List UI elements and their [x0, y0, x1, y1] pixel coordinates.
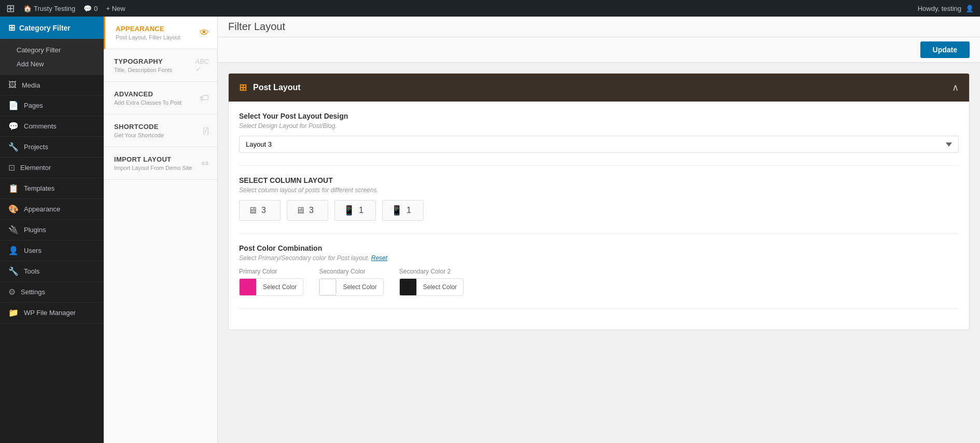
primary-color-swatch [240, 279, 256, 295]
divider-2 [239, 233, 959, 234]
content-area: ⊞ Post Layout ∧ Select Your Post Layout … [218, 63, 980, 351]
home-icon: 🏠 [23, 5, 32, 12]
secondary-color-group: Secondary Color Select Color [319, 268, 383, 296]
post-layout-design-group: Select Your Post Layout Design Select De… [239, 112, 959, 153]
comments-link[interactable]: 💬 0 [83, 5, 97, 12]
primary-color-picker[interactable]: Select Color [239, 278, 303, 296]
plugins-icon: 🔌 [8, 225, 19, 235]
sidebar-item-category-filter[interactable]: Category Filter [0, 43, 104, 57]
projects-icon: 🔧 [8, 142, 19, 152]
sidebar-item-pages-label: Pages [24, 102, 43, 109]
primary-color-label: Primary Color [239, 268, 303, 275]
secondary-color-swatch [319, 279, 336, 295]
page-title: Filter Layout [228, 21, 285, 32]
mobile-icon: 📱 [391, 205, 402, 216]
import-layout-sidebar-subtitle: Import Layout From Demo Site [114, 165, 207, 171]
sidebar-item-wp-file-manager[interactable]: 📁 WP File Manager [0, 303, 104, 323]
post-layout-header-icon: ⊞ [239, 82, 247, 93]
plugin-sidebar-advanced[interactable]: ADVANCED Add Extra Classes To Post 🏷 [104, 82, 217, 115]
plugin-sidebar-import-layout[interactable]: IMPORT LAYOUT Import Layout From Demo Si… [104, 147, 217, 180]
sidebar-item-appearance[interactable]: 🎨 Appearance [0, 199, 104, 220]
sidebar-item-settings-label: Settings [21, 288, 45, 296]
color-reset-link[interactable]: Reset [371, 254, 387, 262]
new-item-link[interactable]: + New [106, 5, 125, 12]
sidebar-item-projects-label: Projects [24, 143, 48, 151]
layout-design-select[interactable]: Layout 1 Layout 2 Layout 3 Layout 4 Layo… [239, 136, 959, 153]
plugin-sidebar-shortcode[interactable]: SHORTCODE Get Your Shortcode [/] [104, 115, 217, 147]
sidebar-item-projects[interactable]: 🔧 Projects [0, 137, 104, 158]
sidebar-item-media-label: Media [22, 81, 40, 89]
site-name-text: Trusty Testing [34, 5, 75, 12]
color-combo-group: Post Color Combination Select Primary/Se… [239, 244, 959, 296]
update-button[interactable]: Update [920, 41, 970, 58]
plugin-sidebar: APPEARANCE Post Layout, Filter Layout 👁 … [104, 17, 218, 443]
column-layout-mobile[interactable]: 📱 1 [382, 200, 424, 221]
main-content: Filter Layout Update ⊞ Post Layout ∧ Sel… [218, 17, 980, 443]
typography-sidebar-title: TYPOGRAPHY [114, 58, 207, 65]
tools-icon: 🔧 [8, 266, 19, 276]
post-layout-panel: ⊞ Post Layout ∧ Select Your Post Layout … [228, 73, 970, 330]
post-layout-header-title: Post Layout [253, 83, 301, 92]
appearance-icon: 🎨 [8, 204, 19, 214]
user-avatar-icon[interactable]: 👤 [965, 5, 974, 12]
post-layout-design-desc: Select Design Layout for Post/Blog. [239, 122, 959, 130]
advanced-sidebar-title: ADVANCED [114, 90, 207, 98]
sidebar-item-add-new[interactable]: Add New [0, 57, 104, 71]
file-manager-icon: 📁 [8, 308, 19, 318]
mobile-count: 1 [407, 206, 411, 215]
sidebar-item-settings[interactable]: ⚙ Settings [0, 282, 104, 303]
primary-color-text: Select Color [256, 280, 303, 294]
settings-icon: ⚙ [8, 287, 16, 297]
secondary-color-2-picker[interactable]: Select Color [399, 278, 464, 296]
column-layout-group: SELECT COLUMN LAYOUT Select column layou… [239, 176, 959, 221]
post-layout-section-header[interactable]: ⊞ Post Layout ∧ [229, 74, 969, 102]
sidebar-item-tools-label: Tools [24, 267, 39, 275]
sidebar-item-pages[interactable]: 📄 Pages [0, 95, 104, 116]
section-body: Select Your Post Layout Design Select De… [229, 102, 969, 330]
tablet-count: 1 [359, 206, 363, 215]
pages-icon: 📄 [8, 101, 19, 110]
wp-logo-icon[interactable]: ⊞ [6, 2, 15, 15]
post-layout-design-title: Select Your Post Layout Design [239, 112, 959, 120]
column-layout-tablet[interactable]: 📱 1 [334, 200, 376, 221]
sidebar-item-elementor[interactable]: ⊡ Elementor [0, 158, 104, 178]
sidebar-item-plugins-label: Plugins [24, 226, 46, 234]
users-icon: 👤 [8, 246, 19, 255]
templates-icon: 📋 [8, 183, 19, 193]
secondary-color-2-label: Secondary Color 2 [399, 268, 464, 275]
comments-icon: 💬 [83, 5, 92, 12]
sidebar-item-templates[interactable]: 📋 Templates [0, 178, 104, 199]
sidebar-submenu: Category Filter Add New [0, 39, 104, 75]
site-name[interactable]: 🏠 Trusty Testing [23, 5, 75, 12]
secondary-color-label: Secondary Color [319, 268, 383, 275]
secondary-color-2-group: Secondary Color 2 Select Color [399, 268, 464, 296]
secondary-color-2-text: Select Color [416, 280, 463, 294]
media-icon: 🖼 [8, 80, 17, 90]
sidebar-item-comments-label: Comments [24, 122, 57, 130]
advanced-sidebar-subtitle: Add Extra Classes To Post [114, 99, 207, 106]
sidebar-item-plugins[interactable]: 🔌 Plugins [0, 220, 104, 240]
update-bar: Update [218, 37, 980, 63]
shortcode-sidebar-icon: [/] [203, 126, 209, 135]
import-layout-sidebar-icon: ⇔ [201, 158, 209, 169]
category-filter-icon: ⊞ [8, 23, 15, 33]
sidebar-item-tools[interactable]: 🔧 Tools [0, 261, 104, 282]
sidebar-item-users[interactable]: 👤 Users [0, 240, 104, 261]
sidebar-item-elementor-label: Elementor [20, 164, 51, 172]
divider-3 [239, 308, 959, 309]
desktop-large-icon: 🖥 [248, 205, 257, 216]
secondary-color-picker[interactable]: Select Color [319, 278, 383, 296]
column-layout-desktop-large[interactable]: 🖥 3 [239, 200, 281, 221]
sidebar-item-media[interactable]: 🖼 Media [0, 75, 104, 95]
primary-color-group: Primary Color Select Color [239, 268, 303, 296]
column-layout-title: SELECT COLUMN LAYOUT [239, 176, 959, 184]
sidebar-item-comments[interactable]: 💬 Comments [0, 116, 104, 137]
chevron-up-icon: ∧ [952, 82, 959, 93]
sidebar-item-templates-label: Templates [24, 184, 54, 192]
column-layout-desktop[interactable]: 🖥 3 [287, 200, 328, 221]
plugin-sidebar-typography[interactable]: TYPOGRAPHY Title, Description Fonts ABC✓ [104, 49, 217, 82]
column-layout-desc: Select column layout of posts for differ… [239, 187, 959, 194]
sidebar-active-section[interactable]: ⊞ Category Filter [0, 17, 104, 39]
howdy-text: Howdy, testing [918, 5, 961, 12]
plugin-sidebar-appearance[interactable]: APPEARANCE Post Layout, Filter Layout 👁 [104, 17, 217, 49]
